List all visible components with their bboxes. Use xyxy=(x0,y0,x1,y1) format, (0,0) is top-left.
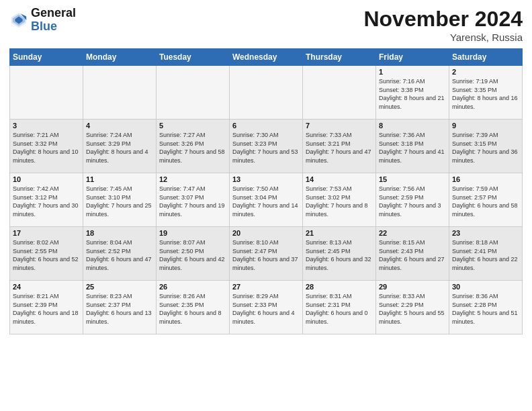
day-info: Sunrise: 8:15 AMSunset: 2:43 PMDaylight:… xyxy=(379,238,446,272)
th-tuesday: Tuesday xyxy=(157,49,230,66)
table-row: 14Sunrise: 7:53 AMSunset: 3:02 PMDayligh… xyxy=(303,173,376,227)
day-number: 29 xyxy=(379,283,446,291)
calendar-week-2: 10Sunrise: 7:42 AMSunset: 3:12 PMDayligh… xyxy=(10,173,523,227)
day-info: Sunrise: 7:30 AMSunset: 3:23 PMDaylight:… xyxy=(232,131,300,165)
day-info: Sunrise: 8:31 AMSunset: 2:31 PMDaylight:… xyxy=(306,292,373,326)
day-number: 4 xyxy=(86,122,153,130)
location: Yarensk, Russia xyxy=(363,32,523,43)
day-number: 9 xyxy=(452,122,519,130)
logo-icon xyxy=(9,11,28,30)
day-number: 1 xyxy=(379,68,446,76)
table-row: 6Sunrise: 7:30 AMSunset: 3:23 PMDaylight… xyxy=(230,120,303,173)
th-thursday: Thursday xyxy=(303,49,376,66)
table-row xyxy=(230,66,303,120)
day-info: Sunrise: 7:24 AMSunset: 3:29 PMDaylight:… xyxy=(86,131,153,165)
day-info: Sunrise: 7:47 AMSunset: 3:07 PMDaylight:… xyxy=(159,185,226,218)
day-number: 3 xyxy=(13,122,80,130)
table-row: 9Sunrise: 7:39 AMSunset: 3:15 PMDaylight… xyxy=(449,120,523,173)
day-number: 25 xyxy=(86,283,153,291)
day-info: Sunrise: 8:36 AMSunset: 2:28 PMDaylight:… xyxy=(452,292,519,326)
day-number: 18 xyxy=(86,229,153,237)
day-info: Sunrise: 8:23 AMSunset: 2:37 PMDaylight:… xyxy=(86,292,153,326)
day-number: 28 xyxy=(306,283,373,291)
page: General Blue November 2024 Yarensk, Russ… xyxy=(0,0,532,411)
table-row: 18Sunrise: 8:04 AMSunset: 2:52 PMDayligh… xyxy=(83,227,157,281)
table-row: 26Sunrise: 8:26 AMSunset: 2:35 PMDayligh… xyxy=(157,281,230,334)
day-info: Sunrise: 7:39 AMSunset: 3:15 PMDaylight:… xyxy=(452,131,519,165)
calendar-week-1: 3Sunrise: 7:21 AMSunset: 3:32 PMDaylight… xyxy=(10,120,523,173)
th-friday: Friday xyxy=(376,49,449,66)
table-row xyxy=(83,66,157,120)
table-row: 17Sunrise: 8:02 AMSunset: 2:55 PMDayligh… xyxy=(10,227,83,281)
table-row: 23Sunrise: 8:18 AMSunset: 2:41 PMDayligh… xyxy=(449,227,523,281)
title-block: November 2024 Yarensk, Russia xyxy=(363,7,523,43)
day-info: Sunrise: 8:26 AMSunset: 2:35 PMDaylight:… xyxy=(159,292,226,326)
table-row: 20Sunrise: 8:10 AMSunset: 2:47 PMDayligh… xyxy=(230,227,303,281)
table-row xyxy=(303,66,376,120)
day-number: 2 xyxy=(452,68,519,76)
day-number: 16 xyxy=(452,175,519,183)
table-row: 24Sunrise: 8:21 AMSunset: 2:39 PMDayligh… xyxy=(10,281,83,334)
table-row: 7Sunrise: 7:33 AMSunset: 3:21 PMDaylight… xyxy=(303,120,376,173)
day-number: 7 xyxy=(306,122,373,130)
day-number: 24 xyxy=(13,283,80,291)
table-row xyxy=(157,66,230,120)
day-info: Sunrise: 7:19 AMSunset: 3:35 PMDaylight:… xyxy=(452,77,519,111)
day-number: 21 xyxy=(306,229,373,237)
day-info: Sunrise: 8:07 AMSunset: 2:50 PMDaylight:… xyxy=(159,238,226,272)
table-row: 3Sunrise: 7:21 AMSunset: 3:32 PMDaylight… xyxy=(10,120,83,173)
day-number: 23 xyxy=(452,229,519,237)
table-row: 22Sunrise: 8:15 AMSunset: 2:43 PMDayligh… xyxy=(376,227,449,281)
day-info: Sunrise: 7:56 AMSunset: 2:59 PMDaylight:… xyxy=(379,185,446,218)
th-sunday: Sunday xyxy=(10,49,83,66)
day-number: 10 xyxy=(13,175,80,183)
table-row: 2Sunrise: 7:19 AMSunset: 3:35 PMDaylight… xyxy=(449,66,523,120)
th-wednesday: Wednesday xyxy=(230,49,303,66)
day-number: 12 xyxy=(159,175,226,183)
day-info: Sunrise: 8:33 AMSunset: 2:29 PMDaylight:… xyxy=(379,292,446,326)
day-info: Sunrise: 7:33 AMSunset: 3:21 PMDaylight:… xyxy=(306,131,373,165)
table-row: 13Sunrise: 7:50 AMSunset: 3:04 PMDayligh… xyxy=(230,173,303,227)
table-row: 19Sunrise: 8:07 AMSunset: 2:50 PMDayligh… xyxy=(157,227,230,281)
table-row: 30Sunrise: 8:36 AMSunset: 2:28 PMDayligh… xyxy=(449,281,523,334)
table-row: 25Sunrise: 8:23 AMSunset: 2:37 PMDayligh… xyxy=(83,281,157,334)
day-info: Sunrise: 7:50 AMSunset: 3:04 PMDaylight:… xyxy=(232,185,300,218)
day-number: 11 xyxy=(86,175,153,183)
day-number: 17 xyxy=(13,229,80,237)
logo-text: General Blue xyxy=(31,7,76,34)
day-number: 19 xyxy=(159,229,226,237)
table-row: 27Sunrise: 8:29 AMSunset: 2:33 PMDayligh… xyxy=(230,281,303,334)
day-info: Sunrise: 7:27 AMSunset: 3:26 PMDaylight:… xyxy=(159,131,226,165)
calendar-week-4: 24Sunrise: 8:21 AMSunset: 2:39 PMDayligh… xyxy=(10,281,523,334)
calendar-table: Sunday Monday Tuesday Wednesday Thursday… xyxy=(9,48,523,334)
day-info: Sunrise: 8:02 AMSunset: 2:55 PMDaylight:… xyxy=(13,238,80,272)
day-number: 6 xyxy=(232,122,300,130)
day-number: 8 xyxy=(379,122,446,130)
day-info: Sunrise: 8:10 AMSunset: 2:47 PMDaylight:… xyxy=(232,238,300,272)
th-monday: Monday xyxy=(83,49,157,66)
table-row: 8Sunrise: 7:36 AMSunset: 3:18 PMDaylight… xyxy=(376,120,449,173)
table-row: 5Sunrise: 7:27 AMSunset: 3:26 PMDaylight… xyxy=(157,120,230,173)
day-info: Sunrise: 8:29 AMSunset: 2:33 PMDaylight:… xyxy=(232,292,300,326)
day-info: Sunrise: 8:13 AMSunset: 2:45 PMDaylight:… xyxy=(306,238,373,272)
day-number: 27 xyxy=(232,283,300,291)
table-row: 10Sunrise: 7:42 AMSunset: 3:12 PMDayligh… xyxy=(10,173,83,227)
day-info: Sunrise: 7:42 AMSunset: 3:12 PMDaylight:… xyxy=(13,185,80,218)
day-number: 14 xyxy=(306,175,373,183)
calendar-week-3: 17Sunrise: 8:02 AMSunset: 2:55 PMDayligh… xyxy=(10,227,523,281)
day-number: 22 xyxy=(379,229,446,237)
table-row: 28Sunrise: 8:31 AMSunset: 2:31 PMDayligh… xyxy=(303,281,376,334)
day-info: Sunrise: 8:18 AMSunset: 2:41 PMDaylight:… xyxy=(452,238,519,272)
day-number: 26 xyxy=(159,283,226,291)
day-info: Sunrise: 7:36 AMSunset: 3:18 PMDaylight:… xyxy=(379,131,446,165)
header-row: Sunday Monday Tuesday Wednesday Thursday… xyxy=(10,49,523,66)
day-info: Sunrise: 7:16 AMSunset: 3:38 PMDaylight:… xyxy=(379,77,446,111)
day-info: Sunrise: 8:04 AMSunset: 2:52 PMDaylight:… xyxy=(86,238,153,272)
day-info: Sunrise: 7:59 AMSunset: 2:57 PMDaylight:… xyxy=(452,185,519,218)
calendar-week-0: 1Sunrise: 7:16 AMSunset: 3:38 PMDaylight… xyxy=(10,66,523,120)
day-info: Sunrise: 8:21 AMSunset: 2:39 PMDaylight:… xyxy=(13,292,80,326)
table-row: 21Sunrise: 8:13 AMSunset: 2:45 PMDayligh… xyxy=(303,227,376,281)
day-number: 15 xyxy=(379,175,446,183)
table-row: 15Sunrise: 7:56 AMSunset: 2:59 PMDayligh… xyxy=(376,173,449,227)
day-info: Sunrise: 7:53 AMSunset: 3:02 PMDaylight:… xyxy=(306,185,373,218)
